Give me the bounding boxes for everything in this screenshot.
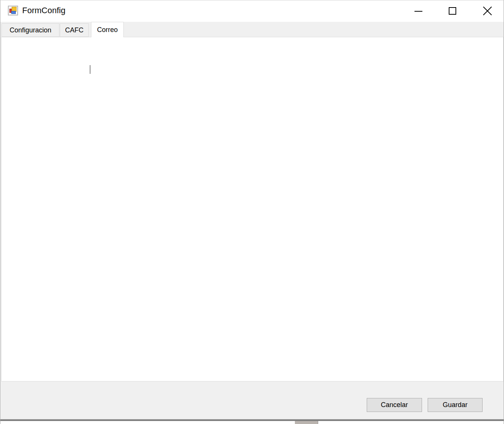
cancelar-button[interactable]: Cancelar xyxy=(367,398,422,412)
desktop-strip xyxy=(0,421,504,424)
form-config-window: FormConfig Configuracion CAFC Correo Ema… xyxy=(0,0,504,424)
app-icon-blue-square xyxy=(11,11,16,14)
tab-cafc-label: CAFC xyxy=(65,26,83,34)
title-bar: FormConfig xyxy=(0,0,504,22)
correo-tab-page xyxy=(1,37,504,381)
tab-cafc[interactable]: CAFC xyxy=(60,23,89,37)
tab-correo-label: Correo xyxy=(97,26,118,34)
text-caret xyxy=(90,65,90,74)
close-button[interactable] xyxy=(475,3,499,19)
winforms-app-icon xyxy=(8,6,18,15)
tab-configuracion[interactable]: Configuracion xyxy=(2,23,59,37)
maximize-icon xyxy=(448,6,457,16)
tab-correo[interactable]: Correo xyxy=(91,22,124,37)
minimize-icon xyxy=(413,6,423,16)
guardar-button[interactable]: Guardar xyxy=(428,398,483,412)
minimize-button[interactable] xyxy=(406,3,430,19)
close-icon xyxy=(482,6,493,16)
taskbar-icon-fragment xyxy=(295,421,318,424)
maximize-button[interactable] xyxy=(440,3,465,19)
window-title: FormConfig xyxy=(22,6,65,15)
tab-configuracion-label: Configuracion xyxy=(9,26,51,34)
